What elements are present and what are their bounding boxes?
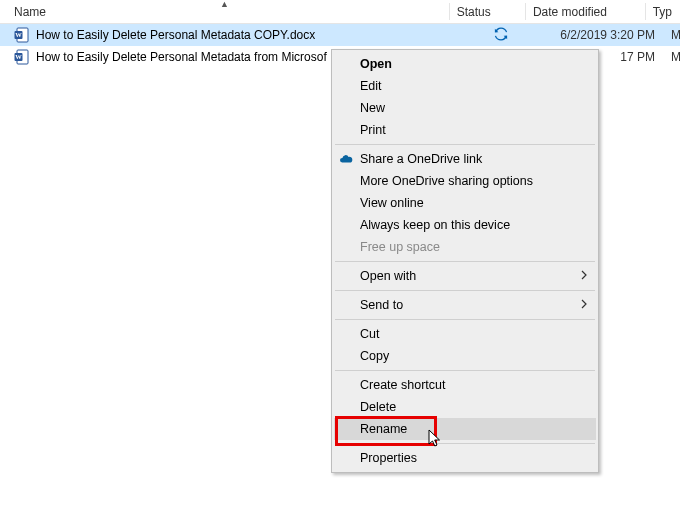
menu-label: Delete — [360, 400, 396, 414]
menu-cut[interactable]: Cut — [334, 323, 596, 345]
file-type: Mi — [663, 50, 680, 64]
menu-label: Share a OneDrive link — [360, 152, 482, 166]
menu-label: Open with — [360, 269, 416, 283]
menu-separator — [335, 370, 595, 371]
menu-view-online[interactable]: View online — [334, 192, 596, 214]
menu-label: Copy — [360, 349, 389, 363]
menu-label: Cut — [360, 327, 379, 341]
menu-label: Rename — [360, 422, 407, 436]
file-name: How to Easily Delete Personal Metadata C… — [36, 28, 315, 42]
svg-text:W: W — [15, 53, 22, 60]
menu-label: View online — [360, 196, 424, 210]
menu-label: Free up space — [360, 240, 440, 254]
menu-edit[interactable]: Edit — [334, 75, 596, 97]
column-header-row: Name ▲ Status Date modified Typ — [0, 0, 680, 24]
menu-share-onedrive[interactable]: Share a OneDrive link — [334, 148, 596, 170]
onedrive-icon — [338, 151, 354, 167]
menu-free-up-space: Free up space — [334, 236, 596, 258]
menu-label: New — [360, 101, 385, 115]
menu-separator — [335, 144, 595, 145]
column-header-type-label: Typ — [653, 5, 672, 19]
menu-delete[interactable]: Delete — [334, 396, 596, 418]
file-type: Mi — [663, 28, 680, 42]
menu-label: Always keep on this device — [360, 218, 510, 232]
menu-print[interactable]: Print — [334, 119, 596, 141]
word-document-icon: W — [14, 49, 30, 65]
menu-label: Send to — [360, 298, 403, 312]
menu-open-with[interactable]: Open with — [334, 265, 596, 287]
menu-label: Open — [360, 57, 392, 71]
column-header-name[interactable]: Name ▲ — [0, 0, 449, 23]
menu-separator — [335, 261, 595, 262]
word-document-icon: W — [14, 27, 30, 43]
chevron-right-icon — [580, 269, 588, 283]
menu-label: More OneDrive sharing options — [360, 174, 533, 188]
menu-label: Edit — [360, 79, 382, 93]
menu-always-keep[interactable]: Always keep on this device — [334, 214, 596, 236]
menu-send-to[interactable]: Send to — [334, 294, 596, 316]
column-header-name-label: Name — [14, 5, 46, 19]
column-header-date-label: Date modified — [533, 5, 607, 19]
menu-separator — [335, 290, 595, 291]
file-name: How to Easily Delete Personal Metadata f… — [36, 50, 327, 64]
file-status — [462, 27, 540, 44]
column-header-status-label: Status — [457, 5, 491, 19]
context-menu: Open Edit New Print Share a OneDrive lin… — [331, 49, 599, 473]
column-header-status[interactable]: Status — [449, 0, 525, 23]
sort-ascending-icon: ▲ — [220, 0, 229, 9]
menu-separator — [335, 319, 595, 320]
menu-create-shortcut[interactable]: Create shortcut — [334, 374, 596, 396]
menu-label: Create shortcut — [360, 378, 445, 392]
column-header-type[interactable]: Typ — [645, 0, 680, 23]
menu-separator — [335, 443, 595, 444]
menu-open[interactable]: Open — [334, 53, 596, 75]
column-header-date[interactable]: Date modified — [525, 0, 645, 23]
menu-label: Print — [360, 123, 386, 137]
file-date: 6/2/2019 3:20 PM — [540, 28, 663, 42]
menu-properties[interactable]: Properties — [334, 447, 596, 469]
menu-more-onedrive[interactable]: More OneDrive sharing options — [334, 170, 596, 192]
menu-copy[interactable]: Copy — [334, 345, 596, 367]
file-row[interactable]: W How to Easily Delete Personal Metadata… — [0, 24, 680, 46]
menu-rename[interactable]: Rename — [334, 418, 596, 440]
menu-label: Properties — [360, 451, 417, 465]
menu-new[interactable]: New — [334, 97, 596, 119]
sync-icon — [494, 27, 508, 41]
chevron-right-icon — [580, 298, 588, 312]
svg-text:W: W — [15, 31, 22, 38]
